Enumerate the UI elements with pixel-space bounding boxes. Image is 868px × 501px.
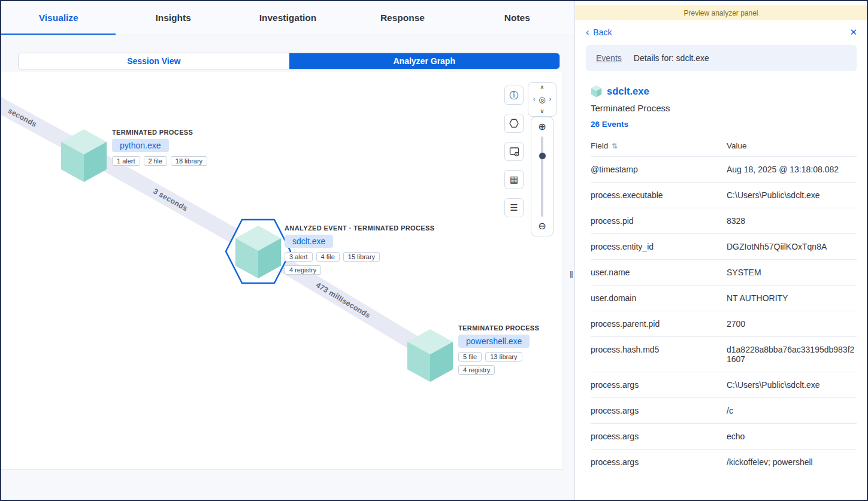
- count-badge[interactable]: 13 library: [485, 352, 522, 362]
- hexagon-icon: [509, 119, 519, 128]
- node-badges: 1 alert2 file18 library: [112, 156, 226, 166]
- process-state-label: Terminated Process: [591, 103, 856, 113]
- grid-icon: ▦: [510, 174, 518, 185]
- field-cell: process.executable: [591, 183, 727, 208]
- table-row: process.hash.md5 d1a8228a8bba76ac33195db…: [591, 337, 857, 372]
- count-badge[interactable]: 2 file: [144, 156, 167, 166]
- value-cell: C:\Users\Public\sdclt.exe: [727, 183, 857, 208]
- analyzer-graph-button[interactable]: Analyzer Graph: [289, 53, 560, 69]
- value-cell: C:\Users\Public\sdclt.exe: [727, 372, 857, 398]
- node-legend-button[interactable]: [504, 114, 524, 133]
- table-row: process.args echo: [591, 424, 857, 450]
- info-icon: ⓘ: [510, 90, 519, 101]
- value-column-header: Value: [727, 138, 857, 157]
- panel-header: ‹ Back ✕: [575, 20, 867, 42]
- node-badges: 3 alert4 file15 library4 registry: [285, 252, 389, 275]
- value-cell: d1a8228a8bba76ac33195db983f21607: [727, 337, 857, 372]
- zoom-thumb[interactable]: [539, 153, 546, 159]
- back-button[interactable]: ‹ Back: [586, 28, 612, 37]
- tab-investigation[interactable]: Investigation: [231, 1, 345, 35]
- view-toggle: Session View Analyzer Graph: [18, 53, 560, 69]
- value-cell: echo: [727, 424, 857, 450]
- chevron-left-icon: ‹: [586, 28, 589, 37]
- center-graph-button[interactable]: ◎: [539, 96, 545, 104]
- process-cube-icon[interactable]: [234, 224, 282, 280]
- table-row: process.pid 8328: [591, 208, 857, 234]
- close-icon[interactable]: ✕: [849, 27, 857, 38]
- field-cell: user.name: [591, 260, 727, 286]
- events-count-link[interactable]: 26 Events: [591, 120, 856, 129]
- pan-left-button[interactable]: ‹: [533, 96, 535, 102]
- process-title: sdclt.exe: [607, 86, 649, 97]
- list-icon: ☰: [510, 202, 518, 213]
- count-badge[interactable]: 1 alert: [112, 156, 140, 166]
- pan-right-button[interactable]: ›: [549, 96, 551, 102]
- field-cell: process.hash.md5: [591, 337, 727, 372]
- process-cube-icon[interactable]: [60, 128, 108, 183]
- table-row: @timestamp Aug 18, 2025 @ 13:18:08.082: [591, 157, 857, 183]
- breadcrumb-events-link[interactable]: Events: [596, 53, 622, 63]
- field-cell: process.args: [591, 424, 727, 450]
- panel-resize-handle[interactable]: ‖: [570, 269, 573, 280]
- table-row: process.parent.pid 2700: [591, 311, 857, 337]
- process-name-button[interactable]: python.exe: [112, 139, 169, 152]
- pan-up-button[interactable]: ∧: [540, 84, 544, 90]
- table-row: process.executable C:\Users\Public\sdclt…: [591, 183, 857, 208]
- count-badge[interactable]: 4 file: [316, 252, 340, 262]
- node-details-header: sdclt.exe Terminated Process 26 Events: [575, 71, 867, 129]
- process-name-button[interactable]: sdclt.exe: [285, 235, 333, 248]
- security-analyzer-window: Visualize Insights Investigation Respons…: [0, 0, 868, 501]
- zoom-in-button[interactable]: ⊕: [538, 122, 546, 132]
- process-name-button[interactable]: powershell.exe: [458, 335, 530, 348]
- zoom-slider[interactable]: [531, 136, 553, 217]
- sort-icon[interactable]: ⇅: [612, 142, 618, 150]
- field-cell: process.args: [591, 450, 727, 475]
- value-cell: NT AUTHORITY: [727, 286, 857, 311]
- count-badge[interactable]: 15 library: [343, 252, 380, 262]
- events-list-button[interactable]: ☰: [504, 198, 524, 217]
- value-cell: /c: [727, 398, 857, 424]
- tab-insights[interactable]: Insights: [116, 1, 230, 35]
- field-cell: process.args: [591, 398, 727, 424]
- table-row: process.args C:\Users\Public\sdclt.exe: [591, 372, 857, 398]
- tab-notes[interactable]: Notes: [460, 1, 574, 35]
- panel-gear-icon: [509, 147, 519, 157]
- process-node-python: TERMINATED PROCESS python.exe 1 alert2 f…: [60, 128, 108, 183]
- zoom-out-button[interactable]: ⊖: [538, 221, 546, 231]
- table-row: process.args /c: [591, 398, 857, 424]
- zoom-track: [541, 136, 543, 217]
- field-cell: process.pid: [591, 208, 727, 234]
- count-badge[interactable]: 18 library: [171, 156, 207, 166]
- table-row: user.domain NT AUTHORITY: [591, 286, 857, 311]
- back-label: Back: [593, 28, 612, 37]
- node-kind-label: ANALYZED EVENT · TERMINATED PROCESS: [285, 224, 440, 232]
- field-cell: process.parent.pid: [591, 311, 727, 337]
- count-badge[interactable]: 3 alert: [285, 252, 313, 262]
- tab-visualize[interactable]: Visualize: [1, 1, 116, 35]
- tab-response[interactable]: Response: [345, 1, 459, 35]
- session-view-button[interactable]: Session View: [19, 53, 289, 69]
- value-cell: 8328: [727, 208, 857, 234]
- count-badge[interactable]: 5 file: [458, 352, 482, 362]
- count-badge[interactable]: 4 registry: [285, 265, 321, 275]
- table-row: user.name SYSTEM: [591, 260, 857, 286]
- process-cube-icon: [591, 85, 602, 98]
- field-cell: user.domain: [591, 286, 727, 311]
- panel-settings-button[interactable]: [504, 142, 524, 161]
- schema-info-button[interactable]: ⓘ: [504, 86, 524, 105]
- value-cell: Aug 18, 2025 @ 13:18:08.082: [727, 157, 857, 183]
- node-kind-label: TERMINATED PROCESS: [458, 324, 563, 332]
- edge-label: seconds: [7, 107, 38, 129]
- field-cell: process.entity_id: [591, 234, 727, 260]
- field-cell: @timestamp: [591, 157, 727, 183]
- count-badge[interactable]: 4 registry: [458, 365, 495, 375]
- edge-label: 3 seconds: [152, 187, 189, 212]
- graph-toolbar: ⓘ ▦ ☰: [504, 86, 524, 217]
- process-cube-icon[interactable]: [406, 328, 454, 383]
- field-value-table: Field ⇅ Value @timestamp Aug 18, 2025 @ …: [591, 138, 857, 475]
- pan-down-button[interactable]: ∨: [540, 108, 544, 114]
- grid-view-button[interactable]: ▦: [504, 170, 524, 189]
- value-cell: 2700: [727, 311, 857, 337]
- analyzer-graph-canvas[interactable]: seconds 3 seconds 473 milliseconds TERMI…: [1, 72, 563, 470]
- breadcrumb: Events Details for: sdclt.exe: [586, 45, 857, 71]
